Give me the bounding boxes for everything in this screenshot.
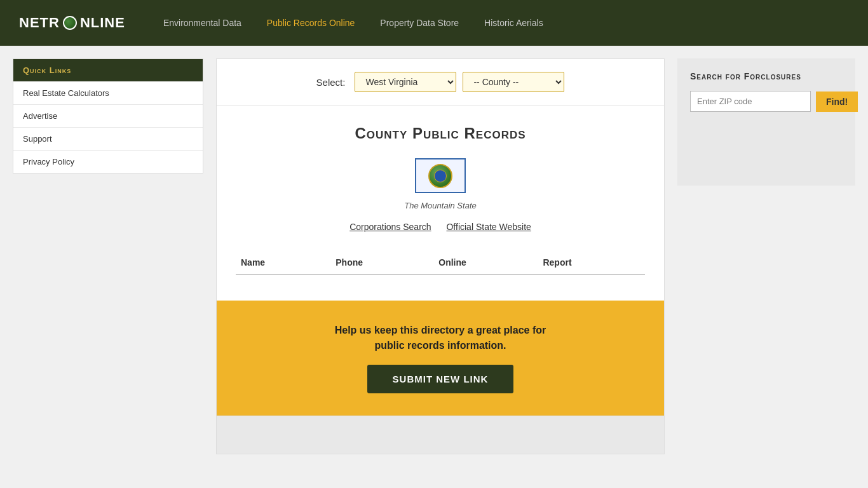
site-logo[interactable]: NETR NLINE xyxy=(19,15,125,31)
cta-text: Help us keep this directory a great plac… xyxy=(229,323,651,353)
sidebar-link-calculators[interactable]: Real Estate Calculators xyxy=(13,81,203,104)
globe-icon xyxy=(63,16,77,30)
cta-box: Help us keep this directory a great plac… xyxy=(217,301,664,416)
table-header-row: Name Phone Online Report xyxy=(236,251,645,274)
site-header: NETR NLINE Environmental Data Public Rec… xyxy=(0,0,868,46)
state-select[interactable]: West Virginia xyxy=(355,72,456,92)
gray-section xyxy=(217,416,664,454)
col-online: Online xyxy=(433,251,538,274)
state-flag-area xyxy=(236,158,645,196)
state-flag xyxy=(415,158,466,193)
col-name: Name xyxy=(236,251,330,274)
find-button[interactable]: Find! xyxy=(816,92,858,112)
corporations-search-link[interactable]: Corporations Search xyxy=(349,222,431,232)
table-header: Name Phone Online Report xyxy=(236,251,645,274)
foreclosure-title: Search for Forclosures xyxy=(690,71,843,81)
submit-new-link-button[interactable]: SUBMIT NEW LINK xyxy=(367,365,514,393)
records-table: Name Phone Online Report xyxy=(236,251,645,275)
col-phone: Phone xyxy=(330,251,433,274)
state-links: Corporations Search Official State Websi… xyxy=(236,222,645,232)
cta-line2: public records information. xyxy=(374,340,506,351)
sidebar-link-support[interactable]: Support xyxy=(13,127,203,150)
foreclosure-box: Search for Forclosures Find! xyxy=(677,58,855,186)
zip-row: Find! xyxy=(690,91,843,112)
nav-env-data[interactable]: Environmental Data xyxy=(163,18,241,28)
logo-text-after: NLINE xyxy=(80,15,125,31)
main-nav: Environmental Data Public Records Online… xyxy=(163,18,543,28)
quick-links-box: Quick Links Real Estate Calculators Adve… xyxy=(13,58,203,173)
state-caption: The Mountain State xyxy=(236,201,645,210)
page-title: County Public Records xyxy=(236,125,645,142)
sidebar-links: Real Estate Calculators Advertise Suppor… xyxy=(13,81,203,173)
quick-links-title: Quick Links xyxy=(13,59,203,81)
sidebar-link-advertise[interactable]: Advertise xyxy=(13,104,203,127)
select-bar: Select: West Virginia -- County -- xyxy=(217,59,664,105)
cta-line1: Help us keep this directory a great plac… xyxy=(335,325,546,336)
select-label: Select: xyxy=(316,77,346,88)
official-state-website-link[interactable]: Official State Website xyxy=(446,222,531,232)
flag-seal xyxy=(428,164,452,188)
content-area: County Public Records The Mountain State… xyxy=(217,105,664,288)
content-wrapper: Quick Links Real Estate Calculators Adve… xyxy=(0,46,868,454)
sidebar-link-privacy[interactable]: Privacy Policy xyxy=(13,150,203,173)
col-report: Report xyxy=(538,251,645,274)
main-content: Select: West Virginia -- County -- Count… xyxy=(216,58,665,454)
nav-pub-rec[interactable]: Public Records Online xyxy=(267,18,355,28)
county-select[interactable]: -- County -- xyxy=(463,72,564,92)
left-sidebar: Quick Links Real Estate Calculators Adve… xyxy=(13,58,203,454)
right-sidebar: Search for Forclosures Find! xyxy=(677,58,855,454)
logo-text-before: NETR xyxy=(19,15,60,31)
nav-prop-data[interactable]: Property Data Store xyxy=(380,18,459,28)
nav-hist-aerial[interactable]: Historic Aerials xyxy=(484,18,543,28)
zip-input[interactable] xyxy=(690,91,811,112)
flag-inner xyxy=(434,170,447,182)
